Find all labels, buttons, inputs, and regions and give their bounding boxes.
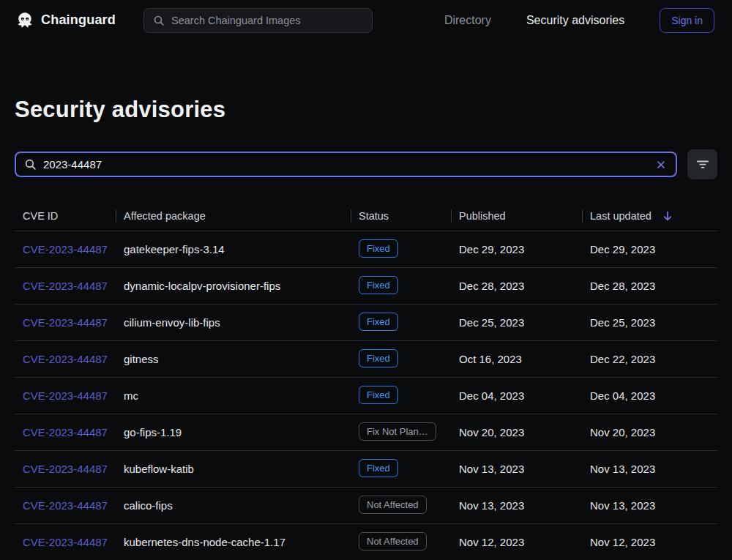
status-badge: Fixed <box>359 459 398 477</box>
status-badge: Fixed <box>359 313 398 331</box>
package-name: dynamic-localpv-provisioner-fips <box>124 280 280 292</box>
updated-date: Dec 25, 2023 <box>590 316 655 329</box>
updated-date: Nov 13, 2023 <box>590 499 655 512</box>
package-name: mc <box>124 389 138 402</box>
table-row: CVE-2023-44487 cilium-envoy-lib-fips Fix… <box>15 305 717 341</box>
published-date: Nov 13, 2023 <box>459 463 524 475</box>
column-header-published[interactable]: Published <box>451 210 582 222</box>
advisory-controls <box>15 149 717 179</box>
updated-date: Nov 12, 2023 <box>590 536 655 548</box>
column-header-last-updated[interactable]: Last updated <box>582 210 712 222</box>
package-name: calico-fips <box>124 499 173 512</box>
filter-button[interactable] <box>687 149 717 179</box>
table-row: CVE-2023-44487 kubeflow-katib Fixed Nov … <box>15 451 717 488</box>
package-name: kubernetes-dns-node-cache-1.17 <box>124 536 285 548</box>
column-header-status[interactable]: Status <box>351 210 451 222</box>
package-name: gitness <box>124 353 159 365</box>
cve-link[interactable]: CVE-2023-44487 <box>23 499 108 512</box>
published-date: Dec 28, 2023 <box>459 280 524 292</box>
nav-link-security-advisories[interactable]: Security advisories <box>526 14 624 27</box>
status-badge: Fix Not Plan… <box>359 422 436 441</box>
status-badge: Fixed <box>359 349 398 367</box>
octopus-logo-icon <box>15 11 34 30</box>
status-badge: Fixed <box>359 276 398 294</box>
status-badge: Not Affected <box>359 496 427 514</box>
nav-search-box[interactable] <box>143 8 373 33</box>
status-badge: Fixed <box>359 386 398 404</box>
published-date: Dec 04, 2023 <box>459 389 524 402</box>
search-icon <box>24 158 37 171</box>
funnel-lines-icon <box>697 160 709 169</box>
package-name: kubeflow-katib <box>124 463 194 475</box>
package-name: cilium-envoy-lib-fips <box>124 316 220 329</box>
cve-link[interactable]: CVE-2023-44487 <box>23 463 108 475</box>
cve-link[interactable]: CVE-2023-44487 <box>23 316 108 329</box>
cve-link[interactable]: CVE-2023-44487 <box>23 280 108 292</box>
table-row: CVE-2023-44487 kubernetes-dns-node-cache… <box>15 524 717 560</box>
published-date: Nov 13, 2023 <box>459 499 524 512</box>
table-row: CVE-2023-44487 gatekeeper-fips-3.14 Fixe… <box>15 231 717 268</box>
published-date: Dec 25, 2023 <box>459 316 524 329</box>
updated-date: Dec 04, 2023 <box>590 389 655 402</box>
column-header-cve-id[interactable]: CVE ID <box>15 210 116 222</box>
cve-link[interactable]: CVE-2023-44487 <box>23 389 108 402</box>
updated-date: Dec 22, 2023 <box>590 353 655 365</box>
nav-link-directory[interactable]: Directory <box>444 14 491 27</box>
status-badge: Not Affected <box>359 532 427 550</box>
cve-link[interactable]: CVE-2023-44487 <box>23 426 108 438</box>
table-row: CVE-2023-44487 calico-fips Not Affected … <box>15 488 717 524</box>
updated-date: Dec 29, 2023 <box>590 243 655 255</box>
table-header: CVE ID Affected package Status Published… <box>15 201 717 231</box>
published-date: Dec 29, 2023 <box>459 243 524 255</box>
updated-date: Dec 28, 2023 <box>590 280 655 292</box>
x-icon <box>654 158 668 171</box>
cve-link[interactable]: CVE-2023-44487 <box>23 353 108 365</box>
updated-date: Nov 20, 2023 <box>590 426 655 438</box>
main-content: Security advisories <box>0 97 732 560</box>
published-date: Oct 16, 2023 <box>459 353 522 365</box>
published-date: Nov 12, 2023 <box>459 536 524 548</box>
nav-links: Directory Security advisories Sign in <box>444 8 714 33</box>
table-body: CVE-2023-44487 gatekeeper-fips-3.14 Fixe… <box>15 231 717 560</box>
cve-link[interactable]: CVE-2023-44487 <box>23 536 108 548</box>
clear-search-button[interactable] <box>654 158 668 171</box>
table-row: CVE-2023-44487 go-fips-1.19 Fix Not Plan… <box>15 414 717 451</box>
package-name: go-fips-1.19 <box>124 426 182 438</box>
published-date: Nov 20, 2023 <box>459 426 524 438</box>
table-row: CVE-2023-44487 gitness Fixed Oct 16, 202… <box>15 341 717 378</box>
advisory-search-input[interactable] <box>43 158 648 171</box>
sign-in-button[interactable]: Sign in <box>660 8 714 33</box>
brand-name: Chainguard <box>41 12 116 28</box>
top-navbar: Chainguard Directory Security advisories… <box>0 0 732 40</box>
table-row: CVE-2023-44487 mc Fixed Dec 04, 2023 Dec… <box>15 378 717 414</box>
package-name: gatekeeper-fips-3.14 <box>124 243 225 255</box>
updated-date: Nov 13, 2023 <box>590 463 655 475</box>
column-header-affected-package[interactable]: Affected package <box>116 210 351 222</box>
cve-link[interactable]: CVE-2023-44487 <box>23 243 108 255</box>
brand-logo[interactable]: Chainguard <box>15 11 116 30</box>
nav-search-input[interactable] <box>171 15 363 26</box>
search-icon <box>153 15 165 26</box>
advisory-search-box[interactable] <box>15 152 677 177</box>
page-title: Security advisories <box>15 97 717 123</box>
status-badge: Fixed <box>359 239 398 258</box>
table-row: CVE-2023-44487 dynamic-localpv-provision… <box>15 268 717 305</box>
advisories-table: CVE ID Affected package Status Published… <box>15 201 717 560</box>
sort-descending-arrow-icon[interactable] <box>662 210 673 222</box>
